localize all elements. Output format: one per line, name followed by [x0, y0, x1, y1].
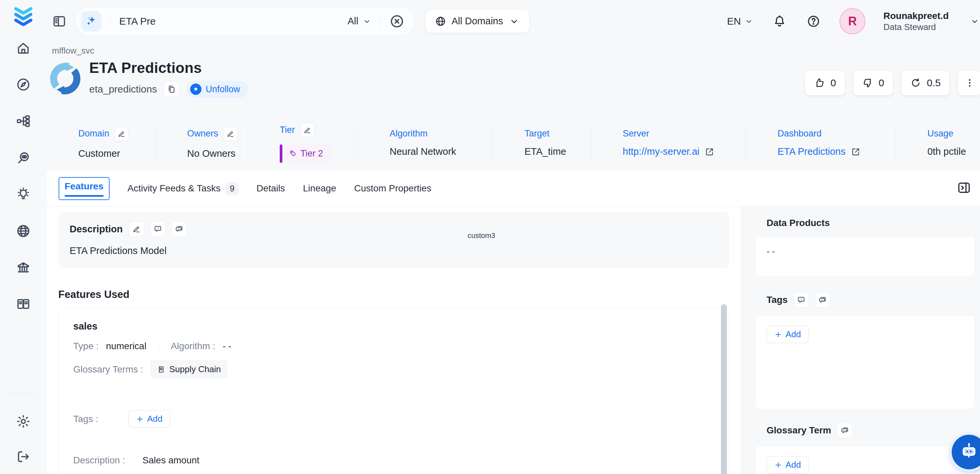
dashboard-label: Dashboard [778, 129, 896, 139]
search-input[interactable] [119, 16, 348, 27]
tab-lineage[interactable]: Lineage [303, 183, 336, 194]
copy-button[interactable] [164, 81, 180, 97]
entity-name: eta_predictions [89, 84, 157, 95]
tab-details[interactable]: Details [256, 183, 285, 194]
data-products-panel: Data Products - - [756, 209, 974, 276]
sidebar-bottom [0, 394, 47, 465]
sidebar-item-domains[interactable] [15, 223, 31, 239]
collapse-right-panel-button[interactable] [957, 180, 971, 196]
edit-domain-button[interactable] [115, 127, 129, 141]
breadcrumb[interactable]: mlflow_svc [52, 46, 94, 56]
features-tab-panel: Description ? custom3 ETA Predictions Mo… [47, 206, 741, 474]
tab-features[interactable]: Features [59, 177, 110, 200]
algorithm-value: Neural Network [390, 146, 493, 157]
downvote-button[interactable]: 0 [853, 71, 893, 95]
app-logo[interactable] [13, 5, 34, 26]
edit-tier-button[interactable] [301, 123, 314, 137]
add-tags-button[interactable]: Add [767, 326, 808, 343]
app-root: All All Domains EN R [0, 0, 980, 474]
meta-server: Server http://my-server.ai [591, 123, 746, 163]
description-conversations-button[interactable] [172, 221, 187, 237]
plus-icon [136, 415, 144, 423]
search-scope-dropdown[interactable]: All [348, 16, 372, 27]
ai-search-chip[interactable] [81, 11, 102, 32]
target-label: Target [525, 129, 591, 139]
tags-conversations-button[interactable] [815, 292, 830, 307]
sidebar-item-settings[interactable] [15, 414, 31, 429]
sidebar-item-explore[interactable] [15, 76, 31, 92]
language-dropdown[interactable]: EN [727, 16, 754, 27]
active-tab-underline [65, 195, 103, 197]
request-tags-button[interactable]: ? [794, 292, 809, 307]
target-value: ETA_time [525, 146, 591, 157]
globe-icon [435, 16, 446, 27]
user-avatar[interactable]: R [840, 8, 865, 34]
add-tag-button[interactable]: Add [128, 410, 170, 428]
dashboard-link[interactable]: ETA Predictions [778, 146, 896, 157]
user-info[interactable]: Rounakpreet.d Data Steward [883, 10, 949, 33]
chevron-down-icon [744, 17, 754, 26]
data-products-header: Data Products [756, 209, 974, 237]
glossary-term-chip[interactable]: Supply Chain [151, 361, 228, 378]
type-label: Type : [73, 341, 99, 352]
tab-activity-feeds[interactable]: Activity Feeds & Tasks 9 [127, 183, 239, 195]
notifications-button[interactable] [772, 13, 788, 29]
algorithm-label: Algorithm : [171, 341, 215, 352]
search-clear-button[interactable] [389, 14, 404, 29]
star-icon [192, 86, 199, 92]
user-menu-caret[interactable] [967, 13, 980, 29]
version-button[interactable]: 0.5 [901, 71, 949, 95]
feature-type-row: Type : numerical Algorithm : - - [73, 340, 714, 352]
domain-label[interactable]: Domain [78, 129, 109, 139]
meta-domain: Domain Customer [47, 123, 156, 163]
global-search-bar[interactable]: All [75, 7, 415, 36]
tab-custom-properties[interactable]: Custom Properties [354, 183, 431, 194]
edit-description-button[interactable] [129, 221, 144, 237]
feature-list-scrollbar[interactable] [721, 304, 727, 474]
sidebar-item-logout[interactable] [15, 449, 31, 465]
add-glossary-term-button[interactable]: Add [767, 456, 808, 474]
sidebar-toggle-button[interactable] [51, 13, 68, 30]
thumbs-down-icon [862, 77, 873, 89]
sidebar-item-glossary[interactable] [15, 296, 31, 312]
plus-icon [774, 331, 782, 339]
language-label: EN [727, 16, 741, 27]
tier-badge[interactable]: Tier 2 [280, 145, 331, 163]
sidebar-item-observability[interactable] [15, 150, 31, 166]
plus-icon [774, 461, 782, 469]
robot-icon [959, 442, 979, 462]
tags-title: Tags [767, 294, 788, 305]
page-title: ETA Predictions [89, 60, 248, 76]
tags-label: Tags : [73, 414, 98, 425]
feature-card-sales: sales Type : numerical Algorithm : - - G… [58, 309, 729, 474]
search-divider [110, 14, 111, 28]
glossary-conversations-button[interactable] [837, 423, 853, 438]
content-area: Description ? custom3 ETA Predictions Mo… [47, 206, 980, 474]
sidebar-item-pipelines[interactable] [15, 113, 31, 129]
all-domains-dropdown[interactable]: All Domains [426, 10, 529, 33]
type-value: numerical [106, 341, 146, 352]
compass-icon [16, 77, 31, 92]
upvote-button[interactable]: 0 [805, 71, 845, 95]
logout-icon [16, 449, 31, 464]
data-products-title: Data Products [767, 218, 830, 228]
owners-value: No Owners [187, 148, 248, 159]
downvote-count: 0 [879, 77, 885, 89]
more-actions-button[interactable] [958, 71, 980, 95]
tab-details-label: Details [256, 183, 285, 194]
comments-stack-icon [840, 426, 849, 435]
help-button[interactable] [805, 13, 821, 29]
request-description-button[interactable]: ? [150, 221, 165, 237]
sidebar-item-home[interactable] [15, 40, 31, 56]
tier-label[interactable]: Tier [280, 125, 295, 135]
sidebar-item-govern[interactable] [15, 259, 31, 275]
unfollow-button[interactable]: Unfollow [186, 81, 248, 97]
entity-actions: 0 0 0.5 [805, 71, 974, 95]
add-tag-label: Add [147, 414, 162, 424]
server-link[interactable]: http://my-server.ai [623, 146, 746, 157]
owners-label[interactable]: Owners [187, 129, 218, 139]
meta-algorithm: Algorithm Neural Network [358, 123, 493, 163]
sidebar-item-insights[interactable] [15, 186, 31, 202]
user-role: Data Steward [883, 22, 949, 33]
edit-owners-button[interactable] [223, 127, 237, 141]
